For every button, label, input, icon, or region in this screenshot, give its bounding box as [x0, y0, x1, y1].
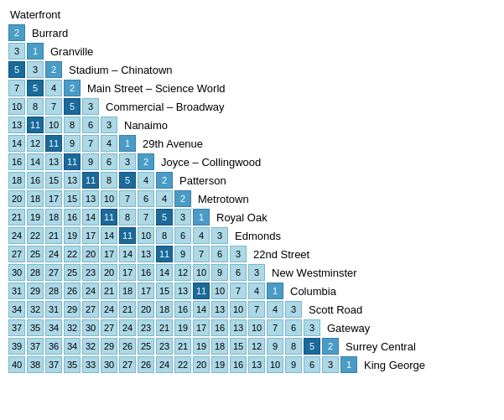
distance-cell: 24 — [82, 283, 99, 299]
distance-cell: 11 — [64, 153, 81, 170]
distance-cell: 3 — [27, 61, 44, 78]
distance-cell: 3 — [230, 246, 247, 262]
distance-cell: 7 — [45, 98, 62, 115]
distance-cell: 19 — [64, 227, 81, 244]
distance-cell: 7 — [248, 301, 265, 318]
distance-cell: 19 — [27, 209, 44, 226]
distance-cell: 10 — [248, 319, 265, 336]
distance-cell: 19 — [193, 338, 210, 355]
distance-cell: 17 — [101, 246, 117, 262]
table-row: 18161513118542Patterson — [8, 172, 496, 189]
distance-cell: 24 — [119, 319, 136, 336]
distance-cell: 17 — [82, 227, 99, 244]
distance-cell: 14 — [82, 209, 99, 226]
distance-cell: 22 — [64, 246, 81, 262]
distance-cell: 12 — [27, 135, 44, 152]
station-name: Burrard — [32, 27, 68, 39]
distance-cell: 16 — [27, 172, 44, 189]
distance-cell: 10 — [267, 356, 283, 373]
distance-cell: 31 — [8, 283, 25, 299]
station-name: King George — [364, 359, 425, 371]
distance-cell: 16 — [174, 301, 191, 318]
distance-cell: 27 — [119, 356, 136, 373]
distance-cell: 4 — [248, 283, 265, 299]
distance-cell: 1 — [193, 209, 210, 226]
distance-cell: 4 — [138, 172, 154, 189]
distance-cell: 20 — [138, 301, 154, 318]
distance-cell: 15 — [64, 190, 81, 207]
distance-cell: 28 — [27, 264, 44, 281]
distance-cell: 38 — [27, 356, 44, 373]
distance-cell: 9 — [211, 264, 228, 281]
distance-cell: 24 — [156, 356, 173, 373]
distance-cell: 18 — [119, 283, 136, 299]
distance-cell: 7 — [82, 135, 99, 152]
distance-cell: 24 — [8, 227, 25, 244]
table-row: 161413119632Joyce – Collingwood — [8, 153, 496, 170]
distance-cell: 29 — [64, 301, 81, 318]
distance-cell: 6 — [285, 319, 302, 336]
station-name: Stadium – Chinatown — [69, 64, 173, 76]
table-row: 131110863Nanaimo — [8, 117, 496, 133]
distance-cell: 3 — [285, 301, 302, 318]
station-name: 22nd Street — [253, 248, 309, 261]
distance-cell: 13 — [230, 319, 247, 336]
table-row: 24222119171411108643Edmonds — [8, 227, 496, 244]
distance-cell: 14 — [156, 264, 173, 281]
station-name: Gateway — [327, 322, 370, 334]
distance-cell: 1 — [27, 43, 44, 60]
distance-cell: 2 — [8, 24, 25, 41]
distance-cell: 10 — [45, 117, 62, 133]
distance-cell: 13 — [138, 246, 154, 262]
distance-cell: 9 — [64, 135, 81, 152]
station-name: 29th Avenue — [143, 137, 203, 150]
distance-cell: 2 — [156, 172, 173, 189]
distance-cell: 13 — [64, 172, 81, 189]
distance-cell: 4 — [45, 80, 62, 96]
distance-cell: 34 — [8, 301, 25, 318]
distance-cell: 10 — [138, 227, 154, 244]
distance-cell: 2 — [174, 190, 191, 207]
distance-cell: 9 — [174, 246, 191, 262]
table-row: 3735343230272423211917161310763Gateway — [8, 319, 496, 336]
distance-cell: 9 — [267, 338, 283, 355]
waterfront-label: Waterfront — [10, 8, 496, 21]
distance-cell: 4 — [193, 227, 210, 244]
distance-cell: 7 — [193, 246, 210, 262]
distance-cell: 10 — [101, 190, 117, 207]
distance-cell: 33 — [82, 356, 99, 373]
distance-cell: 19 — [174, 319, 191, 336]
distance-cell: 4 — [101, 135, 117, 152]
table-row: 532Stadium – Chinatown — [8, 61, 496, 78]
distance-cell: 6 — [304, 356, 320, 373]
distance-cell: 16 — [64, 209, 81, 226]
distance-cell: 2 — [322, 338, 339, 355]
distance-cell: 8 — [285, 338, 302, 355]
distance-cell: 7 — [119, 190, 136, 207]
distance-cell: 11 — [82, 172, 99, 189]
distance-cell: 10 — [230, 301, 247, 318]
distance-cell: 27 — [45, 264, 62, 281]
distance-cell: 11 — [27, 117, 44, 133]
distance-cell: 3 — [82, 98, 99, 115]
distance-cell: 6 — [174, 227, 191, 244]
distance-cell: 15 — [45, 172, 62, 189]
distance-cell: 6 — [101, 153, 117, 170]
distance-cell: 13 — [45, 153, 62, 170]
distance-cell: 2 — [138, 153, 154, 170]
distance-cell: 16 — [211, 319, 228, 336]
distance-cell: 37 — [8, 319, 25, 336]
distance-cell: 25 — [27, 246, 44, 262]
distance-cell: 19 — [211, 356, 228, 373]
distance-cell: 25 — [138, 338, 154, 355]
distance-cell: 20 — [8, 190, 25, 207]
distance-cell: 18 — [8, 172, 25, 189]
distance-cell: 13 — [174, 283, 191, 299]
distance-cell: 32 — [82, 338, 99, 355]
station-name: Commercial – Broadway — [106, 101, 225, 113]
distance-cell: 30 — [101, 356, 117, 373]
distance-cell: 21 — [8, 209, 25, 226]
distance-cell: 8 — [156, 227, 173, 244]
distance-cell: 16 — [138, 264, 154, 281]
distance-cell: 21 — [101, 283, 117, 299]
